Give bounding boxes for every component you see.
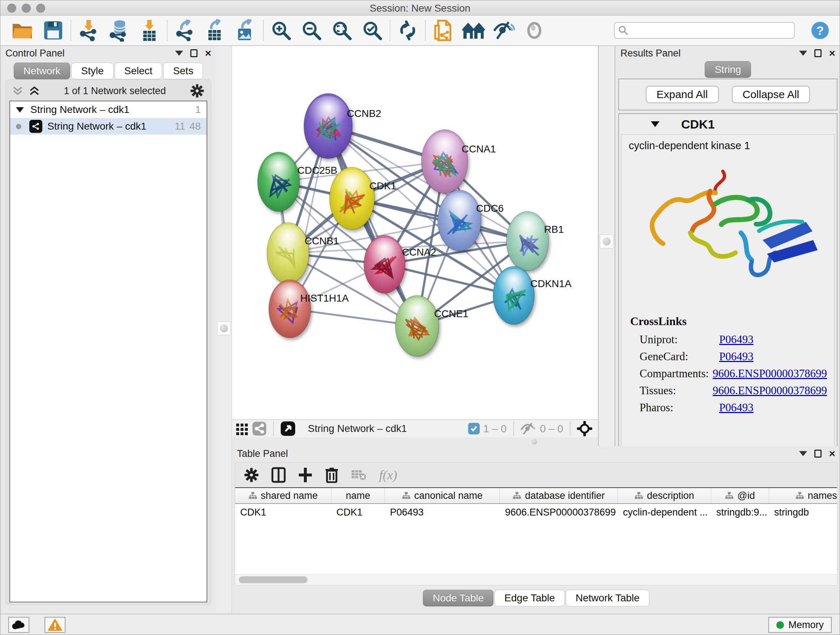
show-columns-icon[interactable] xyxy=(271,467,286,483)
search-input[interactable] xyxy=(631,25,790,36)
panel-float-icon[interactable] xyxy=(814,450,821,458)
collection-expand-icon[interactable] xyxy=(16,107,24,112)
add-column-icon[interactable] xyxy=(298,467,313,483)
first-neighbors-button[interactable] xyxy=(458,17,489,43)
search-box[interactable] xyxy=(614,22,795,39)
cell-description[interactable]: cyclin-dependent ... xyxy=(618,504,711,521)
import-table-button[interactable] xyxy=(134,17,164,43)
expand-all-button[interactable]: Expand All xyxy=(646,86,719,103)
network-node-hist1h1a[interactable] xyxy=(269,280,311,338)
network-row-selected[interactable]: String Network – cdk1 11 48 xyxy=(10,118,207,135)
node-table[interactable]: shared name name canonical name database… xyxy=(235,487,837,574)
table-horizontal-scrollbar[interactable] xyxy=(235,574,837,585)
center-view-icon[interactable] xyxy=(577,421,592,436)
network-node-ccnb2[interactable] xyxy=(304,93,352,158)
tab-select[interactable]: Select xyxy=(115,63,163,79)
zoom-in-button[interactable] xyxy=(266,17,296,43)
entry-collapse-icon[interactable] xyxy=(651,121,660,127)
crosslink-value-link[interactable]: 9606.ENSP00000378699 xyxy=(713,367,827,380)
zoom-out-button[interactable] xyxy=(296,17,327,43)
column-header[interactable]: @id xyxy=(711,488,769,503)
network-node-ccna1[interactable] xyxy=(422,130,468,193)
tab-network[interactable]: Network xyxy=(14,63,71,79)
panel-float-icon[interactable] xyxy=(190,49,197,57)
delete-column-icon[interactable] xyxy=(325,467,339,483)
cell-id[interactable]: stringdb:9... xyxy=(711,504,769,521)
horizontal-splitter[interactable] xyxy=(232,437,598,447)
panel-close-icon[interactable]: × xyxy=(829,49,835,57)
network-node-cdkn1a[interactable] xyxy=(493,266,534,325)
graphics-details-icon[interactable] xyxy=(235,422,248,435)
network-node-ccna2[interactable] xyxy=(364,235,405,293)
cell-canonical-name[interactable]: P06493 xyxy=(385,504,500,521)
collapse-all-button[interactable]: Collapse All xyxy=(732,86,810,103)
left-splitter-handle[interactable] xyxy=(217,321,231,335)
cell-database-identifier[interactable]: 9606.ENSP00000378699 xyxy=(500,504,618,521)
expand-all-networks-icon[interactable] xyxy=(29,85,40,97)
right-splitter[interactable] xyxy=(598,46,615,447)
apply-layout-button[interactable] xyxy=(393,17,423,43)
node-label-hist1h1a: HIST1H1A xyxy=(300,293,349,304)
column-header[interactable]: name xyxy=(332,488,385,503)
network-node-rb1[interactable] xyxy=(507,211,548,271)
panel-close-icon[interactable]: × xyxy=(205,49,211,57)
crosslink-value-link[interactable]: P06493 xyxy=(719,333,753,346)
network-node-ccnb1[interactable] xyxy=(267,223,309,283)
selected-checkbox-icon[interactable] xyxy=(468,423,480,434)
left-splitter[interactable] xyxy=(216,46,232,614)
warnings-button[interactable] xyxy=(44,617,65,633)
import-network-file-button[interactable] xyxy=(73,17,104,43)
panel-float-icon[interactable] xyxy=(814,49,821,57)
column-header[interactable]: description xyxy=(618,488,711,503)
table-row[interactable]: CDK1 CDK1 P06493 9606.ENSP00000378699 cy… xyxy=(235,504,837,521)
cell-name[interactable]: CDK1 xyxy=(332,504,385,521)
scrollbar-thumb[interactable] xyxy=(239,576,308,583)
export-table-button[interactable] xyxy=(200,17,231,43)
tab-network-table[interactable]: Network Table xyxy=(566,590,649,606)
help-button[interactable]: ? xyxy=(812,22,829,39)
network-node-cdc6[interactable] xyxy=(438,190,481,251)
tab-sets[interactable]: Sets xyxy=(163,63,203,79)
memory-button[interactable]: Memory xyxy=(768,617,832,633)
panel-close-icon[interactable]: × xyxy=(829,450,835,458)
panel-menu-icon[interactable] xyxy=(799,51,807,56)
zoom-fit-button[interactable] xyxy=(327,17,357,43)
collapse-all-networks-icon[interactable] xyxy=(12,85,23,97)
right-splitter-handle[interactable] xyxy=(600,234,614,249)
network-node-cdk1[interactable] xyxy=(330,167,374,230)
crosslink-value-link[interactable]: P06493 xyxy=(719,350,753,363)
panel-menu-icon[interactable] xyxy=(175,51,183,56)
tab-string[interactable]: String xyxy=(705,61,751,78)
column-header[interactable]: shared name xyxy=(235,488,332,503)
panel-menu-icon[interactable] xyxy=(799,451,807,456)
show-hidden-button[interactable] xyxy=(519,17,549,43)
network-canvas[interactable]: CCNB2CCNA1CDC25BCDK1CDC6RB1CCNB1CCNA2CDK… xyxy=(232,46,598,419)
network-node-cdc25b[interactable] xyxy=(257,152,300,211)
network-collection-row[interactable]: String Network – cdk1 1 xyxy=(10,101,207,118)
crosslink-value-link[interactable]: P06493 xyxy=(719,401,753,414)
horizontal-splitter-handle[interactable] xyxy=(531,439,537,445)
import-network-database-button[interactable] xyxy=(104,17,134,43)
crosslink-value-link[interactable]: 9606.ENSP00000378699 xyxy=(713,384,827,397)
new-network-from-selection-button[interactable] xyxy=(428,17,458,43)
export-image-button[interactable] xyxy=(231,17,261,43)
hide-selection-button[interactable] xyxy=(489,17,519,43)
network-overview-icon[interactable] xyxy=(252,421,267,436)
save-session-button[interactable] xyxy=(38,17,68,43)
column-header[interactable]: database identifier xyxy=(500,488,618,503)
cell-shared-name[interactable]: CDK1 xyxy=(235,504,332,521)
cell-namespace[interactable]: stringdb xyxy=(769,504,837,521)
column-header[interactable]: canonical name xyxy=(385,488,500,503)
tab-style[interactable]: Style xyxy=(71,63,113,79)
detach-view-icon[interactable] xyxy=(280,421,295,436)
table-gear-icon[interactable] xyxy=(244,467,259,483)
zoom-selected-button[interactable] xyxy=(357,17,387,43)
network-node-ccne1[interactable] xyxy=(395,295,439,356)
export-network-button[interactable] xyxy=(170,17,200,43)
tab-node-table[interactable]: Node Table xyxy=(423,590,493,606)
network-options-gear-icon[interactable] xyxy=(190,84,204,98)
app-store-button[interactable] xyxy=(8,617,29,633)
open-session-button[interactable] xyxy=(8,17,38,43)
tab-edge-table[interactable]: Edge Table xyxy=(494,590,565,606)
column-header[interactable]: namespace xyxy=(769,488,837,503)
